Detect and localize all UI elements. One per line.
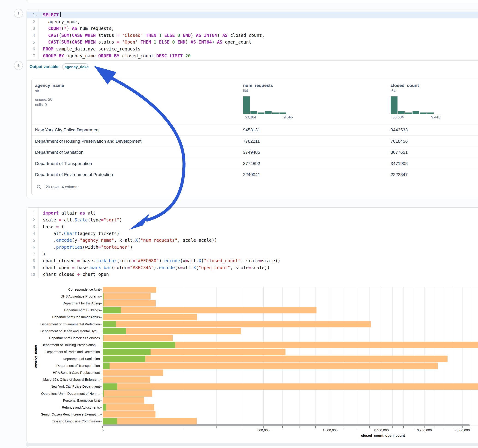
chart-horizontal-scrollbar[interactable]	[103, 424, 470, 426]
code-line[interactable]: 3⌄base = (	[27, 223, 478, 230]
column-header-agency-name[interactable]: agency_name str	[35, 83, 64, 93]
code-line[interactable]: 10chart_closed + chart_open	[27, 271, 478, 278]
code-line[interactable]: 4 CAST(SUM(CASE WHEN status = 'Closed' T…	[27, 32, 478, 39]
column-header-num-requests[interactable]: num_requests i64	[243, 83, 273, 93]
search-icon[interactable]	[37, 185, 42, 189]
fold-chevron-icon[interactable]: ⌄	[35, 223, 38, 230]
code-text: base = (	[43, 223, 64, 230]
open-count-bar	[103, 328, 126, 334]
histogram-bar	[420, 112, 427, 114]
y-axis-tick	[100, 317, 102, 317]
histogram-bar	[243, 96, 250, 114]
column-header-closed-count[interactable]: closed_count i64	[391, 83, 419, 93]
x-axis-tick	[381, 426, 381, 428]
code-text: alt.Chart(agency_tickets)	[43, 230, 120, 237]
line-number: 1	[27, 13, 35, 17]
table-row[interactable]: Department of Sanitation37494853677651	[31, 147, 478, 158]
x-axis-tick	[471, 426, 471, 428]
open-count-bar	[103, 404, 106, 411]
table-row[interactable]: Department of Transportation377489234719…	[31, 158, 478, 169]
y-axis-label: Senior Citizen Rent Increase Exempti…	[27, 412, 100, 417]
table-body: New York City Police Department945313194…	[31, 124, 478, 180]
table-cell: 3774892	[243, 158, 260, 169]
open-count-bar	[103, 356, 145, 362]
y-axis-tick	[100, 352, 102, 352]
cell-divider	[27, 60, 478, 61]
y-axis-tick	[100, 296, 102, 297]
table-row[interactable]: New York City Police Department945313194…	[31, 124, 478, 136]
code-line[interactable]: 1import altair as alt	[27, 210, 478, 217]
y-axis-label: Mayorâ€ s Office of Special Enforce…	[27, 378, 100, 382]
cell-gap-band	[26, 443, 478, 446]
python-code-editor[interactable]: 1import altair as alt2scale = alt.Scale(…	[27, 208, 478, 278]
code-line[interactable]: 8chart_closed = base.mark_bar(color="#FF…	[27, 257, 478, 264]
code-line[interactable]: 2scale = alt.Scale(type="sqrt")	[27, 217, 478, 224]
y-axis-tick	[100, 345, 102, 345]
code-text: .properties(width="container")	[43, 244, 132, 251]
line-number: 6	[27, 47, 35, 51]
code-line[interactable]: 3 COUNT(*) AS num_requests,	[27, 25, 478, 32]
y-axis-tick	[100, 338, 102, 339]
code-line[interactable]: 6 .properties(width="container")	[27, 244, 478, 251]
y-axis-label: Personal Exemption Unit	[27, 398, 100, 403]
x-axis-tick	[444, 426, 444, 428]
code-line[interactable]: 9chart_open = base.mark_bar(color="#8BC3…	[27, 264, 478, 271]
code-line[interactable]: 5 .encode(y="agency_name", x=alt.X("num_…	[27, 237, 478, 244]
y-axis-label: Correspondence Unit	[27, 287, 100, 292]
sql-cell-card: 1⌄SELECT2 agency_name,3 COUNT(*) AS num_…	[26, 9, 478, 198]
table-cell: Department of Transportation	[35, 158, 92, 169]
line-number: 7	[27, 252, 35, 256]
code-line[interactable]: 2 agency_name,	[27, 19, 478, 25]
x-axis-tick	[462, 426, 462, 428]
histogram-bar	[391, 96, 397, 114]
table-cell: 3471908	[391, 158, 408, 169]
table-cell: 2240041	[243, 169, 260, 180]
line-number: 2	[27, 20, 35, 24]
closed-count-bar	[103, 287, 156, 293]
closed-count-bar	[103, 321, 371, 328]
line-number: 6	[27, 245, 35, 249]
column-type: i64	[391, 89, 419, 93]
y-axis-label: Department of Health and Mental Hyg…	[27, 329, 100, 333]
code-line[interactable]: 5 CAST(SUM(CASE WHEN status = 'Open' THE…	[27, 39, 478, 46]
x-axis-tick	[369, 426, 369, 428]
table-cell: 2222847	[391, 169, 408, 180]
table-row[interactable]: Department of Housing Preservation and D…	[31, 136, 478, 147]
y-axis-label: DHS Advantage Programs	[27, 294, 100, 299]
table-cell: 7618456	[391, 136, 408, 147]
y-axis-tick	[100, 366, 102, 366]
output-variable-pill[interactable]: agency_tickets	[62, 63, 88, 70]
code-line[interactable]: 1⌄SELECT	[27, 12, 478, 19]
x-axis-tick	[414, 426, 414, 428]
next-cell-edge	[26, 446, 478, 448]
histogram-bar	[272, 112, 279, 114]
code-text: chart_closed + chart_open	[43, 271, 109, 278]
y-axis-label: New York City Police Department	[27, 384, 100, 389]
code-line[interactable]: 6FROM sample_data.nyc.service_requests	[27, 46, 478, 53]
code-line[interactable]: 4 alt.Chart(agency_tickets)	[27, 230, 478, 237]
x-axis-tick	[102, 426, 103, 428]
code-line[interactable]: 7GROUP BY agency_name ORDER BY closed_co…	[27, 53, 478, 59]
line-number: 4	[27, 231, 35, 236]
add-cell-button-top[interactable]: +	[14, 9, 23, 18]
y-axis-tick	[100, 421, 102, 422]
output-variable-label: Output variable:	[30, 64, 59, 69]
x-axis-tick	[183, 426, 183, 428]
closed-count-bar	[103, 390, 152, 397]
column-name: agency_name	[35, 83, 64, 88]
y-axis-tick	[100, 400, 102, 401]
y-axis-label: Department of Housing Preservation …	[27, 343, 100, 347]
add-cell-button-middle[interactable]: +	[14, 61, 23, 70]
histogram-range-labels: 53,304 9.5e6	[245, 115, 293, 119]
closed-count-bar	[103, 377, 150, 383]
results-table: agency_name str unique: 20 nulls: 0 num_…	[31, 79, 478, 195]
histogram-range-labels: 53,304 9.4e6	[392, 115, 440, 119]
fold-chevron-icon[interactable]: ⌄	[35, 12, 38, 19]
sql-code-editor[interactable]: 1⌄SELECT2 agency_name,3 COUNT(*) AS num_…	[27, 9, 478, 59]
code-line[interactable]: 7)	[27, 251, 478, 258]
open-count-bar	[103, 418, 117, 424]
line-number: 2	[27, 218, 35, 222]
closed-count-bar	[103, 384, 478, 390]
line-number: 4	[27, 33, 35, 37]
table-row[interactable]: Department of Environmental Protection22…	[31, 169, 478, 180]
